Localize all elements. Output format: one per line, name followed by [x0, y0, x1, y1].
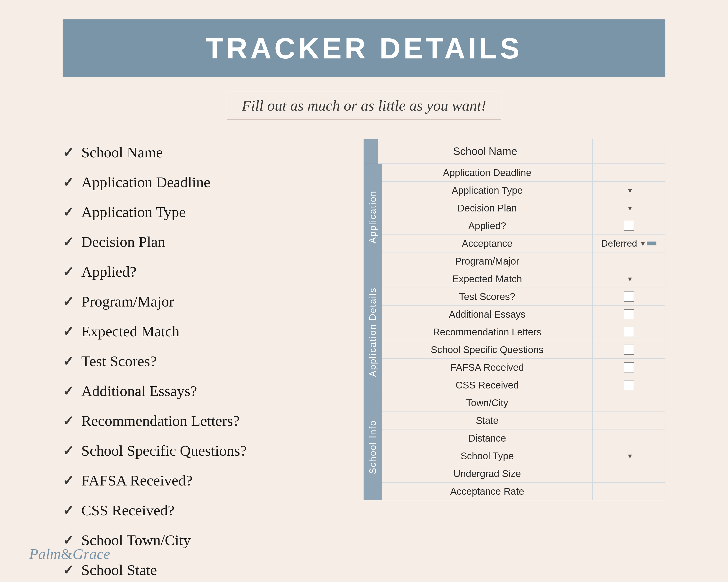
check-icon: ✓: [62, 384, 74, 398]
field-fafsa-received: FAFSA Received: [382, 359, 592, 376]
field-additional-essays: Additional Essays: [382, 306, 592, 323]
town-city-value[interactable]: [592, 394, 665, 412]
list-item: ✓ Decision Plan: [62, 233, 339, 250]
state-value[interactable]: [592, 412, 665, 429]
field-css-received: CSS Received: [382, 377, 592, 394]
table-row: Undergrad Size: [382, 465, 665, 482]
checklist-label: Applied?: [81, 263, 136, 280]
field-program-major: Program/Major: [382, 253, 592, 270]
table-row: Distance: [382, 429, 665, 447]
table-row: Applied?: [382, 217, 665, 235]
table-row: FAFSA Received: [382, 359, 665, 377]
field-test-scores: Test Scores?: [382, 288, 592, 305]
distance-value[interactable]: [592, 429, 665, 447]
table-row: CSS Received: [382, 377, 665, 394]
table-row: Recommendation Letters: [382, 323, 665, 341]
acceptance-rate-value[interactable]: [592, 482, 665, 500]
checklist-label: Additional Essays?: [81, 382, 197, 399]
application-section-label: Application: [364, 164, 382, 270]
dropdown-arrow-icon: ▾: [628, 451, 632, 461]
check-icon: ✓: [62, 414, 74, 428]
checklist-label: Expected Match: [81, 323, 180, 340]
list-item: ✓ Expected Match: [62, 323, 339, 340]
checklist-label: Test Scores?: [81, 353, 157, 370]
checkbox-school-specific-questions[interactable]: [624, 344, 634, 355]
field-decision-plan: Decision Plan: [382, 200, 592, 217]
field-acceptance-rate: Acceptance Rate: [382, 483, 592, 500]
css-received-value[interactable]: [592, 377, 665, 394]
table-row: Decision Plan ▾: [382, 199, 665, 217]
school-specific-questions-value[interactable]: [592, 341, 665, 358]
school-name-value-cell[interactable]: [592, 139, 665, 163]
page-container: TRACKER DETAILS Fill out as much or as l…: [0, 0, 728, 582]
checkbox-css-received[interactable]: [624, 380, 634, 390]
checkbox-test-scores[interactable]: [624, 292, 634, 302]
applied-value[interactable]: [592, 217, 665, 234]
section-spacer: [364, 139, 378, 164]
check-icon: ✓: [62, 474, 74, 488]
list-item: ✓ Application Type: [62, 203, 339, 221]
check-icon: ✓: [62, 146, 74, 159]
checkbox-fafsa-received[interactable]: [624, 362, 634, 372]
test-scores-value[interactable]: [592, 288, 665, 305]
list-item: ✓ School Specific Questions?: [62, 442, 339, 459]
dropdown-arrow-icon: ▾: [628, 186, 632, 195]
fafsa-received-value[interactable]: [592, 359, 665, 376]
field-town-city: Town/City: [382, 394, 592, 411]
school-name-section: School Name: [364, 139, 666, 164]
check-icon: ✓: [62, 295, 74, 308]
checkbox-additional-essays[interactable]: [624, 309, 634, 320]
checklist-label: Program/Major: [81, 293, 174, 310]
brand-name-part1: Palm: [29, 546, 61, 562]
list-item: ✓ School Name: [62, 144, 339, 161]
checklist-label: CSS Received?: [81, 502, 175, 519]
check-icon: ✓: [62, 504, 74, 517]
list-item: ✓ School State: [62, 561, 339, 579]
list-item: ✓ Program/Major: [62, 293, 339, 310]
checkbox-applied[interactable]: [624, 221, 634, 231]
check-icon: ✓: [62, 355, 74, 368]
school-name-field-label: School Name: [378, 141, 592, 161]
field-school-specific-questions: School Specific Questions: [382, 341, 592, 358]
undergrad-size-value[interactable]: [592, 465, 665, 482]
list-item: ✓ Recommendation Letters?: [62, 412, 339, 429]
field-state: State: [382, 412, 592, 429]
recommendation-letters-value[interactable]: [592, 323, 665, 341]
dropdown-arrow-icon: ▾: [628, 203, 632, 213]
checklist-label: Application Deadline: [81, 174, 210, 191]
checklist-label: School State: [81, 561, 157, 579]
checklist-label: School Specific Questions?: [81, 442, 247, 459]
expected-match-value[interactable]: ▾: [592, 270, 665, 287]
table-row: Additional Essays: [382, 306, 665, 323]
table-preview: School Name Application Application Dead…: [364, 139, 666, 500]
application-deadline-value[interactable]: [592, 164, 665, 182]
checkbox-recommendation-letters[interactable]: [624, 327, 634, 337]
list-item: ✓ Test Scores?: [62, 353, 339, 370]
acceptance-value[interactable]: Deferred ▾: [592, 235, 665, 252]
check-icon: ✓: [62, 533, 74, 547]
checklist-label: School Name: [81, 144, 163, 161]
field-acceptance: Acceptance: [382, 235, 592, 252]
program-major-value[interactable]: [592, 252, 665, 270]
list-item: ✓ FAFSA Received?: [62, 472, 339, 489]
check-icon: ✓: [62, 205, 74, 219]
field-undergrad-size: Undergrad Size: [382, 465, 592, 482]
deferred-badge: [647, 242, 656, 245]
application-fields: Application Deadline Application Type ▾ …: [382, 164, 665, 270]
field-distance: Distance: [382, 430, 592, 447]
decision-plan-value[interactable]: ▾: [592, 199, 665, 217]
application-section: Application Application Deadline Applica…: [364, 164, 666, 270]
field-recommendation-letters: Recommendation Letters: [382, 324, 592, 340]
additional-essays-value[interactable]: [592, 306, 665, 323]
brand-name-part2: Grace: [73, 546, 110, 562]
main-content: ✓ School Name ✓ Application Deadline ✓ A…: [62, 139, 666, 582]
acceptance-text: Deferred: [601, 239, 637, 249]
table-row: Town/City: [382, 394, 665, 412]
school-type-value[interactable]: ▾: [592, 447, 665, 465]
subtitle-container: Fill out as much or as little as you wan…: [227, 92, 501, 119]
checklist-label: Application Type: [81, 203, 186, 221]
table-row: School Type ▾: [382, 447, 665, 465]
dropdown-arrow-icon: ▾: [641, 239, 645, 248]
application-type-value[interactable]: ▾: [592, 182, 665, 199]
table-row: Application Deadline: [382, 164, 665, 182]
